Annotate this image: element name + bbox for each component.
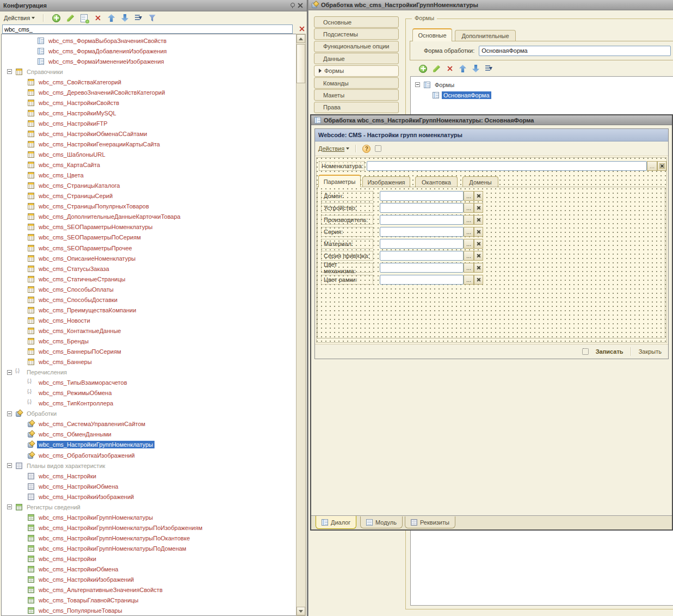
- tree-item[interactable]: wbc_cms_НастройкиГруппНоменклатурыПоДоме…: [2, 543, 297, 553]
- side-tab-1[interactable]: Основные: [314, 16, 399, 28]
- tree-item[interactable]: wbc_cms_НастройкиГруппНоменклатуры: [2, 512, 297, 522]
- tree-item[interactable]: wbc_cms_SEOПараметрыНоменклатуры: [2, 222, 297, 232]
- field-label[interactable]: Серия привязка:: [321, 251, 373, 261]
- clear-button[interactable]: [474, 191, 483, 201]
- collapse-icon[interactable]: [7, 370, 12, 375]
- edit-icon[interactable]: [67, 15, 74, 22]
- move-down-icon[interactable]: [121, 14, 128, 22]
- collapse-icon[interactable]: [7, 504, 12, 509]
- move-up-icon[interactable]: [459, 65, 466, 72]
- actions-menu[interactable]: Действия: [4, 15, 35, 21]
- delete-icon[interactable]: [94, 15, 101, 22]
- forms-tab-2[interactable]: Дополнительные: [455, 30, 516, 41]
- side-tab-5[interactable]: Формы: [314, 65, 399, 77]
- tree-item[interactable]: wbc_cms_АльтернативныеЗначенияСвойств: [2, 585, 297, 595]
- tree-item[interactable]: wbc_cms_НастройкиГруппНоменклатурыПоОкан…: [2, 533, 297, 543]
- canvas-tab-1[interactable]: Параметры: [318, 175, 361, 187]
- field-label[interactable]: Цвет механизма:: [321, 263, 373, 273]
- scroll-up-button[interactable]: [297, 34, 305, 43]
- canvas-tab-2[interactable]: Изображения: [362, 176, 410, 187]
- tree-item[interactable]: wbc_cms_КартаСайта: [2, 160, 297, 170]
- field-input[interactable]: [380, 239, 464, 249]
- canvas-tab-3[interactable]: Окантовка: [415, 176, 458, 187]
- tree-item[interactable]: wbc_cms_ОписаниеНоменклатуры: [2, 253, 297, 263]
- tree-item[interactable]: wbc_cms_ФормаИзменениеИзображения: [2, 56, 297, 66]
- field-label[interactable]: Серия:: [321, 227, 373, 237]
- tree-item[interactable]: wbc_cms_НастройкиMySQL: [2, 108, 297, 118]
- side-tab-2[interactable]: Подсистемы: [314, 28, 399, 40]
- copy-add-icon[interactable]: [81, 14, 88, 22]
- tree-item[interactable]: wbc_cms_СтатусыЗаказа: [2, 263, 297, 274]
- collapse-icon[interactable]: [7, 411, 12, 416]
- tree-item[interactable]: wbc_cms_СпособыОплаты: [2, 284, 297, 294]
- tree-item[interactable]: wbc_cms_ДополнительныеДанныеКарточкиТова…: [2, 212, 297, 222]
- sort-list-icon[interactable]: [135, 15, 142, 22]
- selection-tool-icon[interactable]: [375, 145, 381, 152]
- clear-search-icon[interactable]: [299, 26, 305, 32]
- move-up-icon[interactable]: [108, 14, 115, 22]
- tree-item[interactable]: wbc_cms_НастройкиОбмена: [2, 481, 297, 491]
- field-label[interactable]: Домен:: [321, 191, 373, 201]
- tree-item[interactable]: wbc_cms_SEOПараметрыПоСериям: [2, 232, 297, 243]
- tree-item[interactable]: wbc_cms_ПопулярныеТовары: [2, 606, 297, 616]
- bottom-tab-Диалог[interactable]: Диалог: [316, 516, 356, 529]
- choose-button[interactable]: ...: [464, 227, 474, 237]
- add-icon[interactable]: [419, 65, 427, 73]
- choose-button[interactable]: ...: [464, 239, 474, 249]
- scroll-thumb[interactable]: [297, 44, 305, 83]
- clear-button[interactable]: [474, 215, 483, 225]
- save-button[interactable]: Записать: [594, 347, 626, 356]
- side-tab-4[interactable]: Данные: [314, 53, 399, 64]
- tree-item[interactable]: wbc_cms_ФормаДобавленияИзображения: [2, 46, 297, 56]
- tree-item[interactable]: wbc_cms_НастройкиИзображений: [2, 575, 297, 585]
- tree-item[interactable]: wbc_cms_ОбработкаИзображений: [2, 450, 297, 460]
- tree-item[interactable]: wbc_cms_СвойстваКатегорий: [2, 77, 297, 87]
- tree-item[interactable]: wbc_cms_СтраницыСерий: [2, 191, 297, 201]
- field-input[interactable]: [380, 263, 464, 273]
- side-tab-3[interactable]: Функциональные опции: [314, 41, 399, 52]
- filter-icon[interactable]: [149, 15, 156, 22]
- tree-item[interactable]: wbc_cms_Бренды: [2, 336, 297, 346]
- tree-item[interactable]: wbc_cms_НастройкиОбменаССайтами: [2, 128, 297, 139]
- sort-list-icon[interactable]: [485, 65, 492, 72]
- tree-item[interactable]: wbc_cms_НастройкиГенерацииКартыСайта: [2, 139, 297, 150]
- tree-item[interactable]: ОсновнаяФорма: [433, 90, 491, 100]
- field-label[interactable]: Цвет рамки:: [321, 275, 373, 285]
- tree-item[interactable]: wbc_cms_Баннеры: [2, 357, 297, 367]
- tree-item[interactable]: wbc_cms_НастройкиСвойств: [2, 97, 297, 108]
- side-tab-8[interactable]: Права: [314, 102, 399, 113]
- close-button[interactable]: Закрыть: [637, 347, 664, 356]
- tree-item[interactable]: wbc_cms_СтраницыКаталога: [2, 181, 297, 191]
- side-tab-6[interactable]: Команды: [314, 77, 399, 89]
- tree-item[interactable]: wbc_cms_ШаблоныURL: [2, 150, 297, 160]
- nomenclature-input[interactable]: [367, 161, 647, 171]
- bottom-tab-Модуль[interactable]: Модуль: [360, 516, 403, 528]
- forms-tab-1[interactable]: Основные: [412, 28, 452, 41]
- help-icon[interactable]: ?: [362, 145, 371, 153]
- tree-item[interactable]: wbc_cms_ТоварыГлавнойСтраницы: [2, 595, 297, 606]
- tree-item[interactable]: wbc_cms_SEOПараметрыПрочее: [2, 243, 297, 253]
- tree-item[interactable]: wbc_cms_ОбменДанными: [2, 429, 297, 440]
- tree-item[interactable]: wbc_cms_РежимыОбмена: [2, 388, 297, 398]
- collapse-icon[interactable]: [7, 463, 12, 468]
- tree-item[interactable]: wbc_cms_Цвета: [2, 170, 297, 181]
- tree-item[interactable]: wbc_cms_ДеревоЗначенийСвойствКатегорий: [2, 87, 297, 97]
- tree-item[interactable]: wbc_cms_Настройки: [2, 471, 297, 481]
- tree-item[interactable]: wbc_cms_СистемаУправленияСайтом: [2, 419, 297, 429]
- tree-item[interactable]: wbc_cms_НастройкиГруппНоменклатурыПоИзоб…: [2, 522, 297, 533]
- clear-button[interactable]: [657, 161, 666, 171]
- form-canvas[interactable]: Номенклатура: ... ПараметрыИзображенияОк…: [315, 156, 668, 344]
- scroll-down-button[interactable]: [297, 607, 305, 615]
- tree-scrollbar[interactable]: [296, 34, 306, 616]
- add-icon[interactable]: [52, 14, 60, 22]
- tree-item[interactable]: wbc_cms_Настройки: [2, 554, 297, 564]
- tree-item[interactable]: wbc_cms_ТипыВзаиморасчетов: [2, 378, 297, 388]
- bottom-tab-Реквизиты[interactable]: Реквизиты: [405, 516, 455, 528]
- field-input[interactable]: [380, 227, 464, 237]
- tree-item[interactable]: wbc_cms_ТипКонтроллера: [2, 398, 297, 409]
- field-input[interactable]: [380, 203, 464, 213]
- clear-button[interactable]: [474, 275, 483, 285]
- tree-group[interactable]: Обработки: [2, 409, 297, 419]
- actions-menu[interactable]: Действия: [318, 145, 349, 152]
- clear-button[interactable]: [474, 203, 483, 213]
